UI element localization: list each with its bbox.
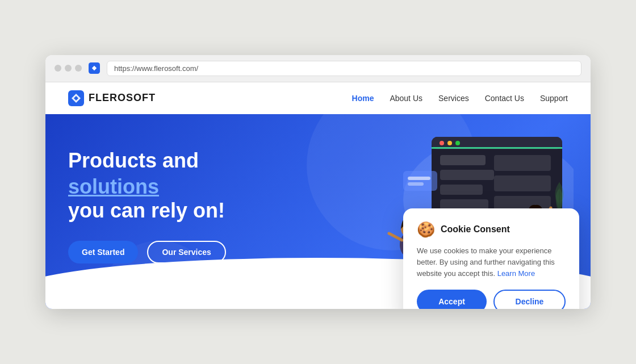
- main-nav: FLEROSOFT Home About Us Services Contact…: [45, 82, 591, 114]
- get-started-button[interactable]: Get Started: [68, 241, 138, 263]
- svg-rect-10: [440, 170, 494, 180]
- site-content: FLEROSOFT Home About Us Services Contact…: [45, 82, 591, 309]
- cookie-header: 🍪 Cookie Consent: [417, 221, 566, 239]
- svg-point-5: [440, 141, 444, 145]
- traffic-light-red: [55, 65, 61, 72]
- svg-rect-17: [408, 177, 430, 180]
- traffic-lights: [55, 65, 82, 72]
- browser-favicon-icon: [89, 62, 100, 74]
- hero-title-line2: solutions: [68, 175, 226, 199]
- svg-rect-8: [432, 147, 562, 149]
- logo-icon: [68, 90, 84, 106]
- browser-window: https://www.flerosoft.com/ FLEROSOFT Hom…: [45, 55, 591, 309]
- nav-services[interactable]: Services: [438, 94, 469, 103]
- hero-buttons: Get Started Our Services: [68, 241, 226, 263]
- nav-contact[interactable]: Contact Us: [485, 94, 524, 103]
- logo-text: FLEROSOFT: [89, 92, 156, 104]
- hero-highlight: solutions: [68, 175, 159, 198]
- accept-button[interactable]: Accept: [417, 290, 487, 309]
- nav-links: Home About Us Services Contact Us Suppor…: [352, 93, 568, 103]
- cookie-actions: Accept Decline: [417, 290, 566, 309]
- svg-point-6: [447, 141, 452, 145]
- hero-section: Products and solutions you can rely on! …: [45, 114, 591, 309]
- svg-rect-9: [440, 155, 486, 165]
- svg-rect-13: [494, 155, 551, 171]
- nav-home[interactable]: Home: [352, 94, 374, 103]
- browser-chrome: https://www.flerosoft.com/: [45, 55, 591, 82]
- logo[interactable]: FLEROSOFT: [68, 90, 156, 106]
- cookie-consent: 🍪 Cookie Consent We use cookies to make …: [403, 208, 579, 309]
- svg-rect-18: [408, 182, 424, 186]
- traffic-light-yellow: [65, 65, 72, 72]
- address-bar[interactable]: https://www.flerosoft.com/: [107, 61, 581, 76]
- our-services-button[interactable]: Our Services: [147, 241, 225, 263]
- svg-rect-11: [440, 185, 483, 195]
- hero-left: Products and solutions you can rely on! …: [68, 148, 226, 263]
- decline-button[interactable]: Decline: [493, 290, 566, 309]
- hero-title-line1: Products and: [68, 148, 226, 173]
- cookie-icon: 🍪: [417, 221, 435, 239]
- cookie-title: Cookie Consent: [441, 224, 510, 235]
- nav-about[interactable]: About Us: [390, 94, 422, 103]
- svg-point-7: [455, 141, 460, 145]
- hero-subtitle: you can rely on!: [68, 199, 226, 223]
- svg-rect-16: [403, 171, 437, 191]
- svg-rect-14: [494, 175, 551, 191]
- learn-more-link[interactable]: Learn More: [497, 269, 535, 278]
- cookie-body: We use cookies to make your experience b…: [417, 245, 566, 279]
- nav-support[interactable]: Support: [540, 94, 568, 103]
- traffic-light-green: [75, 65, 82, 72]
